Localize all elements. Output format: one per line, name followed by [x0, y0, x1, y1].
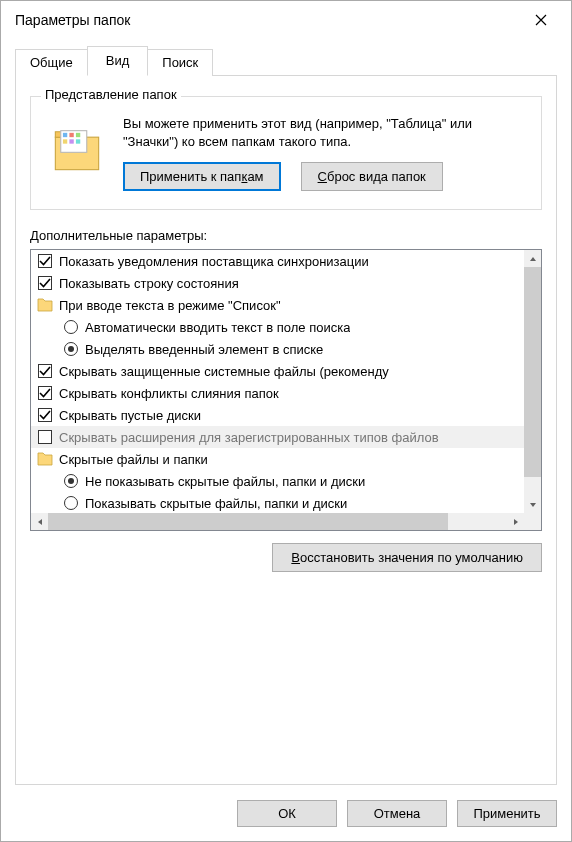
svg-rect-5 — [63, 139, 67, 143]
tree-item[interactable]: Не показывать скрытые файлы, папки и дис… — [31, 470, 541, 492]
tree-item-label: Показать уведомления поставщика синхрони… — [59, 254, 369, 269]
tab-label: Поиск — [162, 55, 198, 70]
horizontal-scrollbar[interactable] — [31, 513, 541, 530]
svg-rect-2 — [63, 133, 67, 137]
checkbox-icon[interactable] — [37, 363, 53, 379]
tab-search[interactable]: Поиск — [147, 49, 213, 76]
vertical-scrollbar-thumb[interactable] — [524, 267, 541, 477]
group-title: Представление папок — [41, 87, 181, 102]
dialog-content: Общие Вид Поиск Представление папок — [1, 39, 571, 785]
tree-item-label: При вводе текста в режиме "Список" — [59, 298, 281, 313]
horizontal-scrollbar-thumb[interactable] — [48, 513, 448, 530]
folder-icon — [37, 451, 53, 467]
tree-item[interactable]: Скрытые файлы и папки — [31, 448, 541, 470]
dialog-footer: ОК Отмена Применить — [1, 785, 571, 841]
radio-icon[interactable] — [63, 495, 79, 511]
tree-item-label: Скрывать расширения для зарегистрированн… — [59, 430, 439, 445]
apply-button[interactable]: Применить — [457, 800, 557, 827]
folder-views-icon — [49, 115, 105, 181]
tree-item[interactable]: Показывать строку состояния — [31, 272, 541, 294]
checkbox-icon[interactable] — [37, 275, 53, 291]
tree-item[interactable]: Показывать скрытые файлы, папки и диски — [31, 492, 541, 513]
close-icon — [535, 14, 547, 26]
tab-label: Общие — [30, 55, 73, 70]
tree-item[interactable]: Скрывать защищенные системные файлы (рек… — [31, 360, 541, 382]
window-title: Параметры папок — [15, 12, 130, 28]
tree-item[interactable]: Скрывать конфликты слияния папок — [31, 382, 541, 404]
restore-defaults-button[interactable]: Восстановить значения по умолчанию — [272, 543, 542, 572]
ok-button[interactable]: ОК — [237, 800, 337, 827]
radio-icon[interactable] — [63, 319, 79, 335]
tab-general[interactable]: Общие — [15, 49, 88, 76]
tree-item[interactable]: Скрывать пустые диски — [31, 404, 541, 426]
advanced-settings-tree[interactable]: Показать уведомления поставщика синхрони… — [30, 249, 542, 531]
svg-rect-4 — [76, 133, 80, 137]
advanced-settings-label: Дополнительные параметры: — [30, 228, 542, 243]
tree-item-label: Скрывать защищенные системные файлы (рек… — [59, 364, 389, 379]
tab-label: Вид — [106, 53, 130, 68]
svg-rect-6 — [69, 139, 73, 143]
tree-item-label: Скрывать пустые диски — [59, 408, 201, 423]
tree-item[interactable]: При вводе текста в режиме "Список" — [31, 294, 541, 316]
scroll-left-icon[interactable] — [31, 513, 48, 530]
radio-icon[interactable] — [63, 473, 79, 489]
tree-item[interactable]: Автоматически вводить текст в поле поиск… — [31, 316, 541, 338]
folder-views-description: Вы можете применить этот вид (например, … — [123, 115, 523, 150]
folder-icon — [37, 297, 53, 313]
checkbox-icon[interactable] — [37, 253, 53, 269]
scrollbar-corner — [524, 513, 541, 530]
tree-item[interactable]: Скрывать расширения для зарегистрированн… — [31, 426, 541, 448]
tree-viewport: Показать уведомления поставщика синхрони… — [31, 250, 541, 513]
scroll-right-icon[interactable] — [507, 513, 524, 530]
titlebar: Параметры папок — [1, 1, 571, 39]
tab-view[interactable]: Вид — [87, 46, 149, 76]
tree-item-label: Показывать скрытые файлы, папки и диски — [85, 496, 347, 511]
tree-item-label: Показывать строку состояния — [59, 276, 239, 291]
tree-item-label: Скрытые файлы и папки — [59, 452, 208, 467]
apply-to-folders-button[interactable]: Применить к папкам — [123, 162, 281, 191]
folder-options-dialog: Параметры папок Общие Вид Поиск Представ… — [0, 0, 572, 842]
vertical-scrollbar[interactable] — [524, 250, 541, 513]
tab-panel-view: Представление папок Вы можете применить … — [15, 75, 557, 785]
scroll-down-icon[interactable] — [524, 496, 541, 513]
svg-rect-3 — [69, 133, 73, 137]
radio-icon[interactable] — [63, 341, 79, 357]
tree-item[interactable]: Показать уведомления поставщика синхрони… — [31, 250, 541, 272]
tree-item-label: Скрывать конфликты слияния папок — [59, 386, 279, 401]
tree-item[interactable]: Выделять введенный элемент в списке — [31, 338, 541, 360]
reset-folders-button[interactable]: Сброс вида папок — [301, 162, 443, 191]
tree-item-label: Автоматически вводить текст в поле поиск… — [85, 320, 350, 335]
tree-item-label: Выделять введенный элемент в списке — [85, 342, 323, 357]
checkbox-icon[interactable] — [37, 429, 53, 445]
cancel-button[interactable]: Отмена — [347, 800, 447, 827]
close-button[interactable] — [519, 5, 563, 35]
checkbox-icon[interactable] — [37, 407, 53, 423]
scroll-up-icon[interactable] — [524, 250, 541, 267]
folder-views-group: Представление папок Вы можете применить … — [30, 96, 542, 210]
checkbox-icon[interactable] — [37, 385, 53, 401]
tab-strip: Общие Вид Поиск — [15, 45, 557, 75]
tree-item-label: Не показывать скрытые файлы, папки и дис… — [85, 474, 365, 489]
svg-rect-7 — [76, 139, 80, 143]
